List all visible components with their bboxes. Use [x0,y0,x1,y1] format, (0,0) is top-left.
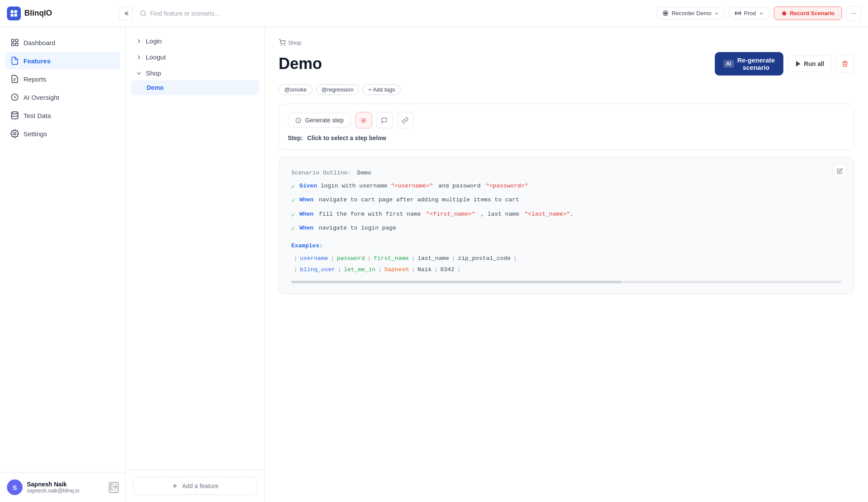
search-area: Find feature or scenario... [140,10,650,17]
svg-point-14 [12,112,18,114]
svg-rect-12 [16,43,18,46]
sidebar-item-features[interactable]: Features [5,52,120,69]
main-layout: Dashboard Features Reports AI Oversight … [0,27,868,502]
sidebar: Dashboard Features Reports AI Oversight … [0,27,126,502]
table-data-row-1: | blinq_user | let_me_in | Sapnesh | Nai… [291,264,842,276]
sidebar-item-reports[interactable]: Reports [5,70,120,88]
scenario-outline-line: Scenario Outline: Demo [291,167,842,179]
svg-point-18 [284,45,285,45]
main-content-area: Shop Demo AI Re-generate scenario Run al… [265,27,868,502]
logout-icon [110,483,118,491]
feature-group-shop-header[interactable]: Shop [131,66,259,80]
horizontal-scrollbar[interactable] [291,281,842,283]
add-feature-button[interactable]: Add a feature [133,477,257,495]
step-text-4: When navigate to login page [299,223,396,234]
record-label: Record Scenario [790,10,835,16]
step-toolbar: Generate step [288,112,845,128]
breadcrumb: Shop [279,39,854,46]
feature-group-loogut-header[interactable]: Loogut [131,50,259,64]
env-button[interactable]: Prod [729,7,769,20]
feature-group-login-header[interactable]: Login [131,34,259,48]
feature-panel: Login Loogut Shop Demo Add a feat [126,27,265,502]
recorder-icon [662,10,669,16]
svg-point-22 [362,119,365,121]
logout-button[interactable] [109,482,118,493]
scrollbar-thumb [291,281,621,283]
feature-group-login-label: Login [146,37,162,45]
feature-group-loogut-label: Loogut [146,53,166,61]
col-header-password: password [337,253,365,264]
pencil-icon [837,168,843,174]
header-actions: AI Re-generate scenario Run all [715,52,854,75]
tag-smoke[interactable]: @smoke [279,84,312,95]
sidebar-item-settings[interactable]: Settings [5,125,120,142]
generate-step-icon [295,117,302,124]
chevron-right-icon [135,38,142,45]
step-text-3: When fill the form with first name "<fir… [299,209,574,220]
collapse-sidebar-button[interactable] [119,7,133,20]
check-icon-1: ✓ [291,181,295,194]
cell-username: blinq_user [300,264,335,276]
reports-icon [10,75,19,83]
edit-scenario-button[interactable] [833,164,847,178]
chevron-right-icon [135,54,142,61]
svg-rect-0 [11,10,14,13]
env-icon [735,10,741,16]
cell-lastname: Naik [418,264,431,276]
ai-regenerate-button[interactable]: AI Re-generate scenario [715,52,784,75]
sidebar-item-test-data[interactable]: Test Data [5,107,120,124]
ai-oversight-icon [10,93,19,102]
recorder-demo-button[interactable]: Recorder Demo [657,7,725,20]
link-button[interactable] [397,112,414,128]
user-name: Sapnesh Naik [27,481,105,488]
feature-group-shop-label: Shop [146,69,161,77]
cell-zip: 8342 [441,264,454,276]
outline-value: Demo [357,170,371,176]
more-options-button[interactable]: ··· [846,6,861,21]
tag-regression[interactable]: @regression [316,84,359,95]
step-row-4: ✓ When navigate to login page [291,223,842,236]
delete-button[interactable] [836,55,854,73]
add-tag-button[interactable]: + Add tags [362,84,401,95]
svg-point-7 [737,13,739,14]
app-logo-icon [7,7,21,20]
ai-badge: AI [723,60,734,68]
page-header: Demo AI Re-generate scenario Run all [279,52,854,75]
feature-scenario-demo[interactable]: Demo [131,80,259,95]
svg-rect-2 [11,13,14,16]
sidebar-item-ai-oversight[interactable]: AI Oversight [5,89,120,106]
chat-button[interactable] [376,112,393,128]
search-icon [140,10,147,17]
recorder-chevron-icon [714,11,719,16]
search-placeholder[interactable]: Find feature or scenario... [150,10,220,17]
page-title: Demo [279,55,322,73]
breadcrumb-label: Shop [288,39,301,46]
link-icon [402,117,408,124]
app-header: BlinqIO Find feature or scenario... Reco… [0,0,868,27]
svg-marker-19 [796,62,800,66]
svg-point-4 [141,11,145,16]
run-all-label: Run all [804,60,824,67]
shop-breadcrumb-icon [279,39,286,46]
check-icon-3: ✓ [291,210,295,222]
sidebar-item-label: Settings [23,130,47,138]
add-feature-bar: Add a feature [126,469,264,502]
user-avatar: S [7,479,23,495]
record-step-button[interactable] [355,112,372,128]
record-scenario-button[interactable]: Record Scenario [774,7,842,20]
cell-firstname: Sapnesh [384,264,409,276]
feature-group-login: Login [131,34,259,48]
user-info: Sapnesh Naik sapnesh.naik@blinq.io [27,481,105,494]
tags-row: @smoke @regression + Add tags [279,84,854,95]
feature-list: Login Loogut Shop Demo [126,27,264,469]
col-header-firstname: first_name [374,253,409,264]
generate-step-button[interactable]: Generate step [288,113,351,128]
col-header-username: username [300,253,328,264]
step-hint-text: Click to select a step below [307,135,386,141]
step-row-1: ✓ Given login with username "<username>"… [291,180,842,194]
examples-section: Examples: | username | password | first_… [291,240,842,276]
run-all-button[interactable]: Run all [788,56,832,72]
cell-password: let_me_in [344,264,375,276]
sidebar-item-dashboard[interactable]: Dashboard [5,34,120,51]
feature-group-shop: Shop Demo [131,66,259,95]
